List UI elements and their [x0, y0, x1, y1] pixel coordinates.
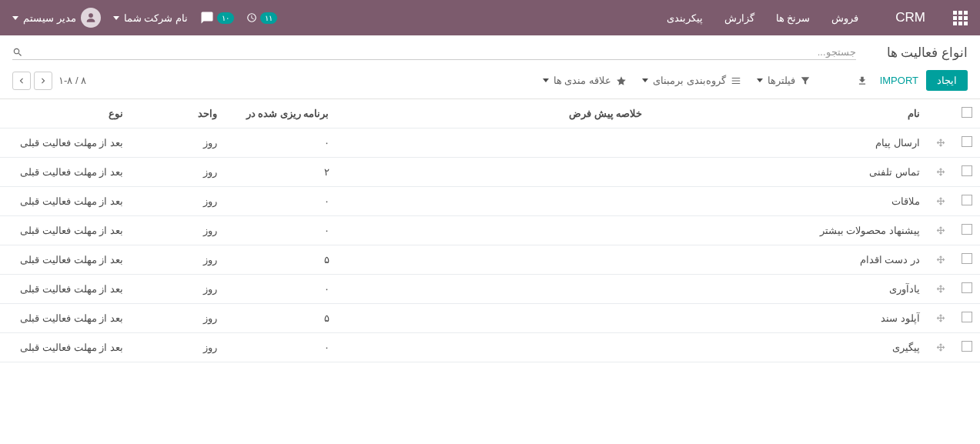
drag-handle-icon[interactable] — [935, 196, 946, 207]
create-button[interactable]: ایجاد — [926, 70, 968, 91]
cell-name: پیشنهاد محصولات بیشتر — [650, 216, 928, 245]
company-name: نام شرکت شما — [124, 12, 188, 24]
cell-name: پیگیری — [650, 333, 928, 362]
app-name[interactable]: CRM — [895, 10, 925, 25]
favorites-dropdown[interactable]: علاقه مندی ها — [543, 75, 627, 86]
drag-handle-icon[interactable] — [935, 284, 946, 295]
drag-handle-icon[interactable] — [935, 138, 946, 149]
topbar-systray: ۱۱ ۱۰ نام شرکت شما مدیر سیستم — [12, 8, 277, 28]
cell-unit: روز — [131, 187, 225, 216]
table-row[interactable]: پیگیری۰روزبعد از مهلت فعالیت قبلی — [0, 333, 980, 362]
col-summary[interactable]: خلاصه پیش فرض — [337, 99, 651, 129]
col-name[interactable]: نام — [650, 99, 928, 129]
user-icon — [85, 12, 96, 23]
cell-name: آپلود سند — [650, 304, 928, 333]
company-menu[interactable]: نام شرکت شما — [113, 12, 188, 24]
import-button[interactable]: IMPORT — [872, 70, 926, 91]
cell-unit: روز — [131, 275, 225, 304]
apps-icon[interactable] — [953, 11, 968, 25]
row-checkbox[interactable] — [962, 253, 972, 264]
cell-type: بعد از مهلت فعالیت قبلی — [0, 275, 131, 304]
favorites-label: علاقه مندی ها — [554, 75, 611, 86]
cell-type: بعد از مهلت فعالیت قبلی — [0, 129, 131, 158]
cell-type: بعد از مهلت فعالیت قبلی — [0, 333, 131, 362]
cell-name: تماس تلفنی — [650, 158, 928, 187]
menu-sales[interactable]: فروش — [828, 12, 861, 24]
table-row[interactable]: پیشنهاد محصولات بیشتر۰روزبعد از مهلت فعا… — [0, 216, 980, 245]
table-header-row: نام خلاصه پیش فرض برنامه ریزی شده در واح… — [0, 99, 980, 129]
drag-handle-icon[interactable] — [935, 313, 946, 324]
menu-reports[interactable]: گزارش — [721, 12, 758, 24]
chevron-down-icon — [113, 16, 119, 20]
cell-name: یادآوری — [650, 275, 928, 304]
chevron-down-icon — [12, 16, 18, 20]
filters-dropdown[interactable]: فیلترها — [757, 75, 811, 86]
cell-name: ارسال پیام — [650, 129, 928, 158]
cell-unit: روز — [131, 333, 225, 362]
cell-name: در دست اقدام — [650, 245, 928, 275]
avatar — [81, 8, 101, 28]
pager: ۸ / ۱-۸ — [12, 72, 86, 90]
row-checkbox[interactable] — [962, 312, 972, 322]
drag-handle-icon[interactable] — [935, 342, 946, 353]
chevron-down-icon — [757, 78, 763, 82]
drag-handle-icon[interactable] — [935, 225, 946, 236]
table-row[interactable]: یادآوری۰روزبعد از مهلت فعالیت قبلی — [0, 275, 980, 304]
filter-icon — [800, 75, 811, 86]
user-menu[interactable]: مدیر سیستم — [12, 8, 101, 28]
cell-unit: روز — [131, 216, 225, 245]
col-planned[interactable]: برنامه ریزی شده در — [225, 99, 337, 129]
chevron-right-icon — [38, 75, 48, 86]
cell-summary — [337, 275, 651, 304]
row-checkbox[interactable] — [962, 282, 972, 293]
cell-unit: روز — [131, 304, 225, 333]
col-type[interactable]: نوع — [0, 99, 131, 129]
messaging-indicator[interactable]: ۱۰ — [200, 11, 234, 25]
chevron-down-icon — [543, 78, 549, 82]
table-row[interactable]: در دست اقدام۵روزبعد از مهلت فعالیت قبلی — [0, 245, 980, 275]
menu-leads[interactable]: سرنخ ها — [773, 12, 814, 24]
cell-planned: ۰ — [225, 275, 337, 304]
download-icon[interactable] — [857, 75, 868, 87]
user-name: مدیر سیستم — [23, 12, 76, 24]
drag-handle-icon[interactable] — [935, 255, 946, 265]
col-unit[interactable]: واحد — [131, 99, 225, 129]
search-input[interactable] — [29, 46, 856, 58]
select-all-checkbox[interactable] — [962, 107, 972, 118]
cell-name: ملاقات — [650, 187, 928, 216]
row-checkbox[interactable] — [962, 224, 972, 235]
pager-next[interactable] — [12, 72, 31, 90]
chat-icon — [200, 11, 214, 25]
groupby-label: گروه‌بندی برمبنای — [653, 75, 726, 86]
cell-unit: روز — [131, 158, 225, 187]
cell-summary — [337, 333, 651, 362]
table-row[interactable]: آپلود سند۵روزبعد از مهلت فعالیت قبلی — [0, 304, 980, 333]
cell-unit: روز — [131, 245, 225, 275]
pager-prev[interactable] — [34, 72, 52, 90]
groupby-dropdown[interactable]: گروه‌بندی برمبنای — [642, 75, 741, 86]
cell-summary — [337, 129, 651, 158]
search-icon[interactable] — [12, 45, 23, 58]
activity-indicator[interactable]: ۱۱ — [246, 12, 277, 24]
cp-top-row: انواع فعالیت ها — [12, 45, 968, 61]
cell-type: بعد از مهلت فعالیت قبلی — [0, 304, 131, 333]
table-row[interactable]: ارسال پیام۰روزبعد از مهلت فعالیت قبلی — [0, 129, 980, 158]
cell-summary — [337, 216, 651, 245]
cell-unit: روز — [131, 129, 225, 158]
groupby-icon — [731, 75, 741, 86]
control-panel: انواع فعالیت ها ایجاد IMPORT فیلترها گرو… — [0, 35, 980, 99]
table-row[interactable]: تماس تلفنی۲روزبعد از مهلت فعالیت قبلی — [0, 158, 980, 187]
cp-pager-section: ۸ / ۱-۸ — [12, 72, 86, 90]
cell-type: بعد از مهلت فعالیت قبلی — [0, 187, 131, 216]
row-checkbox[interactable] — [962, 341, 972, 352]
row-checkbox[interactable] — [962, 136, 972, 147]
row-checkbox[interactable] — [962, 195, 972, 205]
pager-value[interactable]: ۸ / ۱-۸ — [59, 75, 86, 86]
menu-config[interactable]: پیکربندی — [664, 12, 706, 24]
table-row[interactable]: ملاقات۰روزبعد از مهلت فعالیت قبلی — [0, 187, 980, 216]
row-checkbox[interactable] — [962, 165, 972, 176]
cell-planned: ۰ — [225, 216, 337, 245]
cp-bottom-row: ایجاد IMPORT فیلترها گروه‌بندی برمبنای ع… — [12, 70, 968, 98]
activity-badge: ۱۱ — [260, 12, 277, 24]
drag-handle-icon[interactable] — [935, 167, 946, 178]
